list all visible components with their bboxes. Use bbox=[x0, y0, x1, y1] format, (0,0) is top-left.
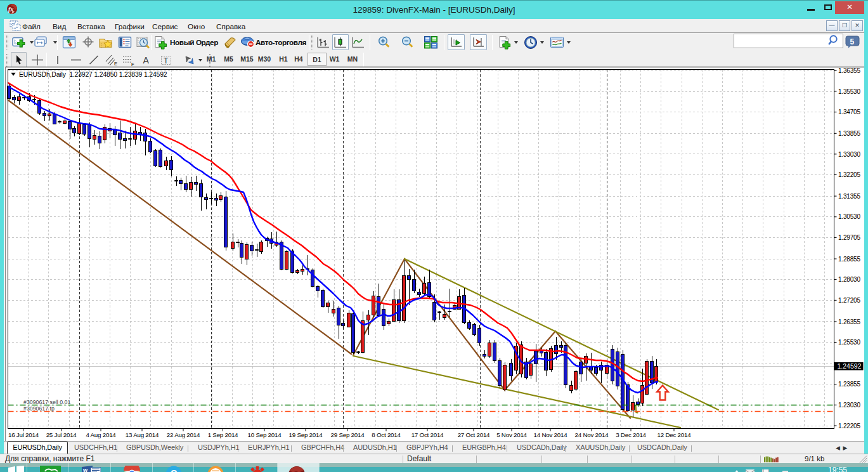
svg-text:1.23030: 1.23030 bbox=[838, 402, 860, 409]
svg-text:16 Jul 2014: 16 Jul 2014 bbox=[8, 431, 39, 438]
svg-text:S: S bbox=[171, 469, 178, 472]
svg-text:5: 5 bbox=[850, 37, 855, 46]
svg-text:27 Oct 2014: 27 Oct 2014 bbox=[458, 431, 490, 438]
svg-text:EURUSDh,Daily 1.23927 1.24850: EURUSDh,Daily 1.23927 1.24850 1.23839 1.… bbox=[19, 71, 167, 78]
svg-text:5 Nov 2014: 5 Nov 2014 bbox=[496, 431, 527, 438]
svg-text:1.29705: 1.29705 bbox=[838, 234, 860, 241]
svg-text:1.23855: 1.23855 bbox=[838, 381, 860, 388]
svg-text:22 Aug 2014: 22 Aug 2014 bbox=[167, 431, 200, 438]
svg-text:1.33855: 1.33855 bbox=[838, 130, 860, 137]
svg-text:8 Oct 2014: 8 Oct 2014 bbox=[372, 431, 401, 438]
svg-text:3 Dec 2014: 3 Dec 2014 bbox=[616, 431, 646, 438]
svg-text:12 Dec 2014: 12 Dec 2014 bbox=[657, 431, 692, 438]
svg-text:14 Nov 2014: 14 Nov 2014 bbox=[534, 431, 568, 438]
svg-text:F: F bbox=[131, 61, 134, 67]
svg-text:1.28855: 1.28855 bbox=[838, 256, 860, 263]
svg-text:1.28030: 1.28030 bbox=[838, 276, 860, 283]
svg-text:1.33030: 1.33030 bbox=[838, 151, 860, 158]
svg-text:25 Jul 2014: 25 Jul 2014 bbox=[46, 431, 77, 438]
svg-text:w: w bbox=[82, 467, 88, 472]
svg-text:#3090617 tp: #3090617 tp bbox=[23, 405, 55, 412]
svg-text:1.26355: 1.26355 bbox=[838, 318, 860, 325]
svg-text:1.25530: 1.25530 bbox=[838, 339, 860, 346]
svg-text:1.36355: 1.36355 bbox=[838, 67, 860, 74]
svg-text:E: E bbox=[114, 61, 117, 67]
svg-text:T: T bbox=[164, 56, 169, 65]
svg-text:17 Oct 2014: 17 Oct 2014 bbox=[411, 431, 444, 438]
svg-text:A: A bbox=[143, 55, 149, 65]
svg-text:29 Sep 2014: 29 Sep 2014 bbox=[331, 431, 365, 438]
svg-text:1.31355: 1.31355 bbox=[838, 193, 860, 200]
svg-text:10 Sep 2014: 10 Sep 2014 bbox=[248, 431, 282, 438]
svg-text:1 Sep 2014: 1 Sep 2014 bbox=[208, 431, 238, 438]
svg-text:24 Nov 2014: 24 Nov 2014 bbox=[575, 431, 609, 438]
svg-text:1.32205: 1.32205 bbox=[838, 171, 860, 178]
svg-text:1.24592: 1.24592 bbox=[838, 362, 862, 370]
svg-text:1.35530: 1.35530 bbox=[838, 88, 860, 95]
svg-text:19 Sep 2014: 19 Sep 2014 bbox=[289, 431, 323, 438]
svg-text:#3090617 sell 0.01: #3090617 sell 0.01 bbox=[23, 399, 70, 405]
svg-text:1.34705: 1.34705 bbox=[838, 108, 860, 115]
svg-text:4 Aug 2014: 4 Aug 2014 bbox=[86, 431, 116, 438]
svg-text:13 Aug 2014: 13 Aug 2014 bbox=[126, 431, 159, 438]
svg-text:1.30530: 1.30530 bbox=[838, 213, 860, 220]
svg-text:1.22205: 1.22205 bbox=[838, 423, 860, 429]
svg-text:1.27205: 1.27205 bbox=[838, 297, 860, 304]
